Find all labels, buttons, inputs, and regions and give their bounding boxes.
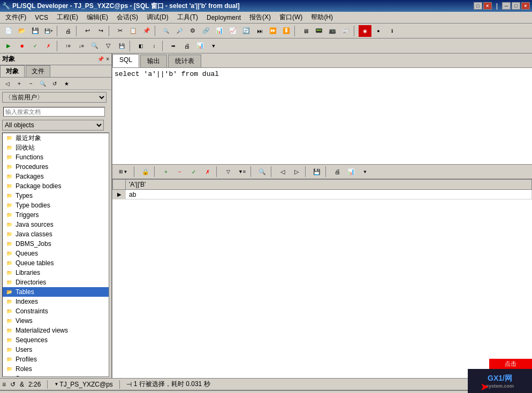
menu-deployment[interactable]: Deployment [202, 13, 245, 22]
result-add-row-btn[interactable]: + [159, 166, 172, 178]
menu-session[interactable]: 会话(S) [112, 12, 142, 23]
undo-btn[interactable]: ↩ [81, 25, 94, 37]
list-item-constraints[interactable]: 📁 Constraints [3, 306, 109, 316]
tb2-btn-3[interactable]: ↕ [148, 40, 161, 52]
tb2-btn-1[interactable]: 💾 [115, 40, 128, 52]
sort-asc-btn[interactable]: ↑≡ [62, 40, 74, 52]
panel-pin-icon[interactable]: 📌 [97, 56, 104, 62]
list-item-queue-tables[interactable]: 📁 Queue tables [3, 258, 109, 268]
result-filter2-btn[interactable]: ▼≡ [235, 166, 248, 178]
menu-edit[interactable]: 编辑(E) [82, 12, 112, 23]
save-btn[interactable]: 💾 [29, 25, 42, 37]
tb2-btn-2[interactable]: ◧ [134, 40, 147, 52]
list-item-directories[interactable]: 📁 Directories [3, 278, 109, 287]
panel-tb-refresh[interactable]: ↺ [49, 79, 60, 88]
open-btn[interactable]: 📂 [16, 25, 28, 37]
menu-report[interactable]: 报告(X) [245, 12, 275, 23]
tb-btn-13[interactable]: 📠 [326, 25, 339, 37]
list-item-views[interactable]: 📁 Views [3, 316, 109, 326]
result-lock-btn[interactable]: 🔒 [139, 166, 152, 178]
tb-btn-17[interactable]: ℹ [385, 25, 398, 37]
list-item-libraries[interactable]: 📁 Libraries [3, 268, 109, 278]
search-tb-btn[interactable]: 🔍 [88, 40, 101, 52]
close-button[interactable]: × [521, 2, 530, 10]
list-item-type-bodies[interactable]: 📁 Type bodies [3, 201, 109, 210]
list-item-java-sources[interactable]: 📁 Java sources [3, 220, 109, 229]
list-item-package-bodies[interactable]: 📁 Package bodies [3, 181, 109, 191]
result-search-btn[interactable]: 🔍 [256, 166, 269, 178]
minimize-button[interactable]: ─ [502, 2, 511, 10]
result-filter-btn[interactable]: ▽ [222, 166, 234, 178]
list-item-functions[interactable]: 📁 Functions [3, 152, 109, 162]
menu-file[interactable]: 文件(F) [1, 12, 31, 23]
tb-btn-6[interactable]: 📈 [226, 25, 239, 37]
list-item-mat-views[interactable]: 📁 Materialized views [3, 326, 109, 335]
tb-btn-9[interactable]: ⏩ [267, 25, 279, 37]
tb-btn-7[interactable]: 🔄 [240, 25, 253, 37]
tb-btn-5[interactable]: 📊 [213, 25, 226, 37]
result-prev-btn[interactable]: ◁ [276, 166, 289, 178]
stop-btn[interactable]: ■ [16, 40, 28, 52]
tb-btn-3[interactable]: ⚙ [186, 25, 199, 37]
tb-btn-11[interactable]: 🖥 [299, 25, 312, 37]
list-item-packages[interactable]: 📁 Packages [3, 172, 109, 181]
tab-objects[interactable]: 对象 [0, 65, 25, 77]
list-item-synonyms[interactable]: 📁 Synonyms [3, 374, 109, 377]
result-next-btn[interactable]: ▷ [290, 166, 303, 178]
list-item-roles[interactable]: 📁 Roles [3, 364, 109, 374]
result-save-btn[interactable]: 💾 [310, 166, 323, 178]
tb-btn-12[interactable]: 📟 [313, 25, 325, 37]
tb-btn-10[interactable]: ⏬ [280, 25, 293, 37]
list-item-recycle[interactable]: 📁 回收站 [3, 143, 109, 152]
panel-tb-star[interactable]: ★ [61, 79, 72, 88]
list-item-triggers[interactable]: 📁 Triggers [3, 210, 109, 220]
list-item-types[interactable]: 📁 Types [3, 191, 109, 201]
status-dropdown-icon[interactable]: ▼ [54, 382, 58, 387]
sort-desc-btn[interactable]: ↓≡ [75, 40, 88, 52]
panel-tb-find[interactable]: 🔍 [37, 79, 48, 88]
tb-btn-4[interactable]: 🔗 [200, 25, 212, 37]
copy-btn[interactable]: 📋 [127, 25, 140, 37]
panel-tb-minus[interactable]: − [26, 79, 36, 88]
object-type-dropdown[interactable]: All objects [2, 120, 104, 130]
schema-dropdown[interactable]: 〈当前用户〉 [2, 92, 107, 103]
list-item-java-classes[interactable]: 📁 Java classes [3, 229, 109, 239]
filter-input[interactable] [3, 107, 105, 117]
sql-editor[interactable]: select 'a'||'b' from dual [112, 68, 532, 164]
rollback-btn[interactable]: ✗ [42, 40, 55, 52]
run-btn[interactable]: ▶ [2, 40, 15, 52]
result-chart-btn[interactable]: 📊 [345, 166, 358, 178]
tb-btn-14[interactable]: 📰 [339, 25, 352, 37]
menu-project[interactable]: 工程(E) [52, 12, 82, 23]
sub-close-button[interactable]: × [483, 2, 492, 10]
tb2-btn-5[interactable]: ▼ [207, 40, 220, 52]
tb2-btn-4[interactable]: ➡ [167, 40, 180, 52]
print-btn[interactable]: 🖨 [62, 25, 74, 37]
redo-btn[interactable]: ↪ [94, 25, 107, 37]
paste-btn[interactable]: 📌 [140, 25, 153, 37]
menu-window[interactable]: 窗口(W) [275, 12, 307, 23]
chart-btn[interactable]: 📊 [194, 40, 207, 52]
save-all-btn[interactable]: 💾+ [42, 25, 55, 37]
menu-tools[interactable]: 工具(T) [173, 12, 202, 23]
tab-sql[interactable]: SQL [112, 54, 139, 67]
list-item-users[interactable]: 📁 Users [3, 345, 109, 355]
commit-btn[interactable]: ✓ [29, 40, 42, 52]
tab-output[interactable]: 输出 [140, 55, 167, 67]
result-check-btn[interactable]: ✓ [187, 166, 200, 178]
cut-btn[interactable]: ✂ [113, 25, 126, 37]
menu-debug[interactable]: 调试(D) [142, 12, 173, 23]
result-cross-btn[interactable]: ✗ [201, 166, 214, 178]
tb-btn-15[interactable]: ◉ [359, 25, 371, 37]
list-item-recent[interactable]: 📁 最近对象 [3, 133, 109, 143]
panel-close-icon[interactable]: × [106, 56, 109, 62]
tab-files[interactable]: 文件 [26, 65, 50, 77]
tb-btn-16[interactable]: ● [372, 25, 385, 37]
tb-btn-1[interactable]: 🔍 [159, 25, 172, 37]
menu-help[interactable]: 帮助(H) [307, 12, 337, 23]
new-btn[interactable]: 📄 [2, 25, 15, 37]
tb-btn-8[interactable]: ⏭ [253, 25, 266, 37]
restore-button[interactable]: □ [512, 2, 520, 10]
tb-btn-2[interactable]: 🔎 [173, 25, 186, 37]
list-item-profiles[interactable]: 📁 Profiles [3, 355, 109, 364]
